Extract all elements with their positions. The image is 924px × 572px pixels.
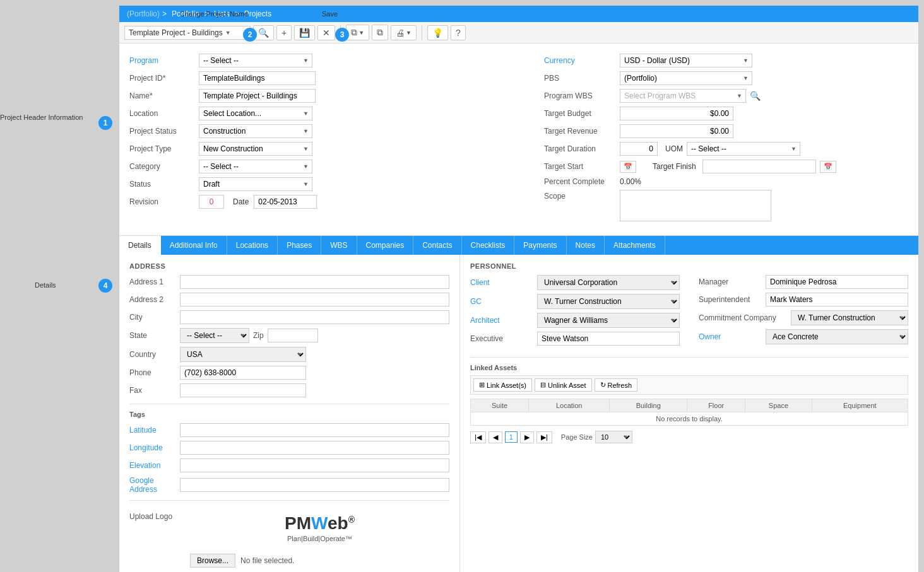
owner-select[interactable]: Ace Concrete	[766, 329, 908, 344]
tab-attachments[interactable]: Attachments	[605, 236, 665, 255]
commitment-company-select[interactable]: W. Turner Construction	[791, 310, 908, 325]
address1-input[interactable]	[180, 275, 449, 289]
project-name-dropdown[interactable]: Template Project - Buildings ▼	[124, 26, 251, 40]
latitude-input[interactable]	[180, 423, 449, 437]
no-records-cell: No records to display.	[471, 412, 908, 426]
name-input[interactable]	[199, 89, 316, 103]
first-page-btn[interactable]: |◀	[470, 431, 486, 443]
refresh-button[interactable]: ↻ Refresh	[595, 378, 638, 392]
project-status-select[interactable]: Construction	[199, 124, 312, 138]
location-field-row: Location Select Location...	[129, 107, 519, 120]
manager-input[interactable]	[766, 275, 908, 289]
project-id-input[interactable]	[199, 71, 316, 85]
elevation-input[interactable]	[180, 458, 449, 472]
location-select-wrap[interactable]: Select Location...	[199, 107, 312, 120]
pbs-select[interactable]: (Portfolio)	[620, 71, 752, 85]
tab-contacts[interactable]: Contacts	[413, 236, 461, 255]
project-type-select-wrap[interactable]: New Construction	[199, 142, 312, 156]
state-select[interactable]: -- Select --	[180, 328, 249, 343]
program-wbs-select-wrap[interactable]: Select Program WBS	[620, 89, 746, 103]
client-select[interactable]: Universal Corporation	[537, 275, 680, 290]
project-type-select[interactable]: New Construction	[199, 142, 312, 156]
program-wbs-select[interactable]: Select Program WBS	[620, 89, 746, 103]
tab-checklists[interactable]: Checklists	[462, 236, 515, 255]
executive-input[interactable]	[537, 332, 680, 346]
superintendent-input[interactable]	[766, 293, 908, 306]
owner-select-wrap[interactable]: Ace Concrete	[766, 329, 908, 344]
country-select-wrap[interactable]: USA	[180, 347, 306, 362]
tab-payments[interactable]: Payments	[514, 236, 566, 255]
project-status-select-wrap[interactable]: Construction	[199, 124, 312, 138]
status-select[interactable]: Draft	[199, 177, 312, 191]
target-revenue-field-row: Target Revenue	[544, 124, 908, 138]
help-button[interactable]: ?	[451, 25, 466, 40]
tab-notes[interactable]: Notes	[567, 236, 605, 255]
percent-complete-field-row: Percent Complete 0.00%	[544, 177, 908, 186]
zip-input[interactable]	[268, 329, 318, 342]
target-revenue-input[interactable]	[620, 124, 733, 138]
tab-additional-info[interactable]: Additional Info	[161, 236, 227, 255]
add-button[interactable]: +	[276, 25, 292, 40]
revision-input[interactable]	[199, 195, 224, 209]
gc-select-wrap[interactable]: W. Turner Construction	[537, 294, 680, 309]
scope-label: Scope	[544, 190, 620, 201]
currency-select-wrap[interactable]: USD - Dollar (USD)	[620, 54, 752, 67]
target-duration-input[interactable]	[620, 142, 658, 156]
tab-details[interactable]: Details	[119, 236, 161, 255]
program-select-wrap[interactable]: -- Select --	[199, 54, 312, 67]
last-page-btn[interactable]: ▶|	[536, 431, 552, 443]
tab-locations[interactable]: Locations	[227, 236, 278, 255]
state-select-wrap[interactable]: -- Select --	[180, 328, 249, 343]
gc-select[interactable]: W. Turner Construction	[537, 294, 680, 309]
currency-select[interactable]: USD - Dollar (USD)	[620, 54, 752, 67]
commitment-company-label: Commitment Company	[699, 313, 787, 322]
clone-button[interactable]: ⧉	[372, 25, 388, 40]
address2-input[interactable]	[180, 293, 449, 306]
pbs-select-wrap[interactable]: (Portfolio)	[620, 71, 752, 85]
architect-select-wrap[interactable]: Wagner & Williams	[537, 313, 680, 328]
page-size-select[interactable]: 10 25 50	[595, 431, 632, 443]
google-address-input[interactable]	[180, 478, 449, 492]
target-start-calendar[interactable]: 📅	[620, 161, 636, 173]
client-label: Client	[470, 278, 533, 287]
program-wbs-search-btn[interactable]: 🔍	[749, 90, 762, 102]
city-input[interactable]	[180, 310, 449, 324]
light-button[interactable]: 💡	[427, 25, 448, 40]
prev-page-btn[interactable]: ◀	[489, 431, 502, 443]
next-page-btn[interactable]: ▶	[520, 431, 534, 443]
program-select[interactable]: -- Select --	[199, 54, 312, 67]
target-finish-input[interactable]	[702, 160, 816, 173]
architect-select[interactable]: Wagner & Williams	[537, 313, 680, 328]
uom-select-wrap[interactable]: -- Select --	[687, 142, 800, 156]
link-asset-button[interactable]: ⊞ Link Asset(s)	[473, 378, 532, 392]
status-select-wrap[interactable]: Draft	[199, 177, 312, 191]
copy-icon: ⧉	[351, 27, 357, 38]
tab-phases[interactable]: Phases	[278, 236, 321, 255]
tab-wbs[interactable]: WBS	[321, 236, 357, 255]
unlink-asset-button[interactable]: ⊟ Unlink Asset	[535, 378, 592, 392]
project-type-label: Project Type	[129, 144, 199, 153]
uom-select[interactable]: -- Select --	[687, 142, 800, 156]
target-budget-input[interactable]	[620, 107, 733, 120]
client-select-wrap[interactable]: Universal Corporation	[537, 275, 680, 290]
category-select-wrap[interactable]: -- Select --	[199, 160, 312, 173]
page-size-select-wrap[interactable]: 10 25 50	[595, 431, 632, 443]
commitment-company-select-wrap[interactable]: W. Turner Construction	[791, 310, 908, 325]
tab-companies[interactable]: Companies	[357, 236, 414, 255]
print-button[interactable]: 🖨 ▼	[391, 25, 417, 40]
browse-button[interactable]: Browse...	[190, 554, 235, 568]
location-select[interactable]: Select Location...	[199, 107, 312, 120]
breadcrumb-portfolio-link[interactable]: (Portfolio)	[127, 9, 160, 18]
country-select[interactable]: USA	[180, 347, 306, 362]
fax-input[interactable]	[180, 383, 306, 397]
cancel-button[interactable]: ✕	[317, 25, 335, 40]
copy-button[interactable]: ⧉ ▼	[346, 25, 369, 40]
target-finish-calendar[interactable]: 📅	[820, 161, 836, 173]
zip-label: Zip	[253, 331, 264, 340]
date-input[interactable]	[254, 195, 317, 209]
save-button[interactable]: 💾	[294, 25, 315, 40]
category-select[interactable]: -- Select --	[199, 160, 312, 173]
phone-input[interactable]	[180, 366, 306, 380]
longitude-input[interactable]	[180, 441, 449, 455]
scope-textarea[interactable]	[620, 190, 771, 221]
